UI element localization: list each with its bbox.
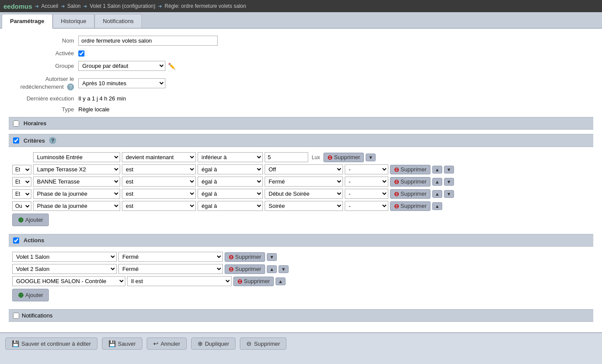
criteria-cond-1[interactable]: inférieur à [198,152,263,162]
action-remove-3[interactable]: ⊖ Supprimer [233,277,274,286]
criteria-val-1[interactable] [265,152,308,162]
criteres-label: Critères [24,137,45,144]
action-row-2: Volet 2 Salon Fermé ⊖ Supprimer ▲ ▼ [12,264,590,274]
criteria-op-4[interactable]: est [122,189,196,199]
derniere-row: Dernière exécution Il y a 1 j 4 h 26 min [9,95,593,102]
type-label: Type [9,106,78,113]
action-val-3[interactable]: Il est [127,276,232,286]
action-device-2[interactable]: Volet 2 Salon [12,264,117,274]
criteria-extra-4[interactable]: - [345,189,388,199]
criteria-extra-5[interactable]: - [345,201,388,211]
minus-icon: ⊖ [327,154,333,161]
action-down-1[interactable]: ▼ [267,253,277,261]
horaires-checkbox[interactable] [13,120,19,127]
criteria-field-2[interactable]: Lampe Terrasse X2 [33,164,120,174]
action-remove-label-3: Supprimer [244,278,270,284]
derniere-label: Dernière exécution [9,95,78,102]
groupe-label: Groupe [9,63,78,69]
criteria-remove-5[interactable]: ⊖ Supprimer [390,201,430,211]
criteres-checkbox[interactable] [13,137,19,144]
action-val-2[interactable]: Fermé [118,264,223,274]
action-val-1[interactable]: Fermé [118,252,223,262]
breadcrumb-regle[interactable]: Règle: ordre fermeture volets salon [165,3,246,9]
criteria-remove-2[interactable]: ⊖ Supprimer [390,165,430,174]
criteres-help-icon[interactable]: ? [49,137,56,144]
criteria-cond-5[interactable]: égal à [198,201,263,211]
criteria-remove-4[interactable]: ⊖ Supprimer [390,189,430,199]
criteria-val-2[interactable]: Off [265,164,343,174]
criteria-op-1[interactable]: devient maintenant [122,152,196,162]
criteria-unit-1: Lux [312,154,320,160]
criteria-op-2[interactable]: est [122,164,196,174]
nom-label: Nom [9,37,78,44]
criteria-connector-5[interactable]: Ou Et [12,201,31,211]
activee-checkbox[interactable] [78,50,84,57]
delete-button[interactable]: ⊖ Supprimer [240,337,286,350]
action-add-button[interactable]: ⊕ Ajouter [12,289,49,301]
criteria-val-3[interactable]: Fermé [265,177,343,187]
criteria-up-3[interactable]: ▲ [432,178,442,186]
help-icon[interactable]: ? [67,83,74,90]
action-device-3[interactable]: GOOGLE HOME SALON - Contrôle [12,276,125,286]
autoriser-select[interactable]: Après 10 minutes [78,78,165,88]
criteria-remove-3[interactable]: ⊖ Supprimer [390,177,430,187]
action-up-3[interactable]: ▲ [276,277,286,285]
action-remove-2[interactable]: ⊖ Supprimer [225,264,265,274]
criteria-add-button[interactable]: ⊕ Ajouter [12,214,49,226]
tab-notifications[interactable]: Notifications [94,14,142,28]
criteria-connector-4[interactable]: Et Ou [12,189,31,199]
criteria-val-5[interactable]: Soirée [265,201,343,211]
duplicate-button[interactable]: ⊕ Dupliquer [191,337,236,350]
criteria-op-5[interactable]: est [122,201,196,211]
cancel-button[interactable]: ↩ Annuler [147,337,187,350]
breadcrumb-accueil[interactable]: Accueil [41,3,58,9]
tab-parametrage[interactable]: Paramétrage [2,14,53,29]
criteria-down-2[interactable]: ▼ [444,166,454,174]
criteria-up-4[interactable]: ▲ [432,190,442,198]
criteria-cond-3[interactable]: égal à [198,177,263,187]
criteria-op-3[interactable]: est [122,177,196,187]
notifications-checkbox[interactable] [13,313,19,319]
notifications-label: Notifications [22,312,53,319]
breadcrumb-volet[interactable]: Volet 1 Salon (configuration) [90,3,155,9]
bottom-bar: 💾 Sauver et continuer à éditer 💾 Sauver … [0,332,602,354]
criteria-connector-2[interactable]: Et Ou [12,165,31,174]
remove-label-4: Supprimer [400,190,427,197]
criteria-val-4[interactable]: Début de Soirée [265,189,343,199]
criteria-field-5[interactable]: Phase de la journée [33,201,120,211]
save-button[interactable]: 💾 Sauver [102,337,142,350]
criteria-extra-2[interactable]: - [345,164,388,174]
tab-historique[interactable]: Historique [53,14,95,28]
criteria-up-5[interactable]: ▲ [432,202,442,210]
criteria-up-2[interactable]: ▲ [432,166,442,174]
save-edit-button[interactable]: 💾 Sauver et continuer à éditer [5,337,98,350]
criteria-extra-3[interactable]: - [345,177,388,187]
criteres-section: Critères ? [9,134,593,147]
breadcrumb-salon[interactable]: Salon [67,3,81,9]
action-down-2[interactable]: ▼ [279,265,289,273]
groupe-select[interactable]: Groupe par défaut [78,61,165,71]
action-remove-1[interactable]: ⊖ Supprimer [225,252,265,262]
minus-icon-4: ⊖ [394,190,399,197]
actions-checkbox[interactable] [13,237,19,244]
criteria-row-2: Et Ou Lampe Terrasse X2 est égal à Off -… [12,164,590,174]
criteria-cond-4[interactable]: égal à [198,189,263,199]
action-device-1[interactable]: Volet 1 Salon [12,252,117,262]
save-label: Sauver [118,341,136,347]
criteria-field-1[interactable]: Luminosité Entrée [33,152,120,162]
criteria-connector-3[interactable]: Et Ou [12,177,31,187]
minus-icon-5: ⊖ [394,203,399,210]
criteria-remove-1[interactable]: ⊖ Supprimer [323,153,364,162]
criteria-down-4[interactable]: ▼ [444,190,454,198]
nom-input[interactable] [78,36,218,46]
criteria-cond-2[interactable]: égal à [198,164,263,174]
criteria-row-4: Et Ou Phase de la journée est égal à Déb… [12,189,590,199]
criteria-field-4[interactable]: Phase de la journée [33,189,120,199]
nom-row: Nom [9,36,593,46]
criteria-field-3[interactable]: BANNE Terrasse [33,177,120,187]
criteria-down-1[interactable]: ▼ [366,154,376,161]
action-up-2[interactable]: ▲ [267,265,277,273]
groupe-edit-icon[interactable]: ✏️ [168,63,175,70]
save-edit-label: Sauver et continuer à éditer [21,341,91,347]
criteria-down-3[interactable]: ▼ [444,178,454,186]
